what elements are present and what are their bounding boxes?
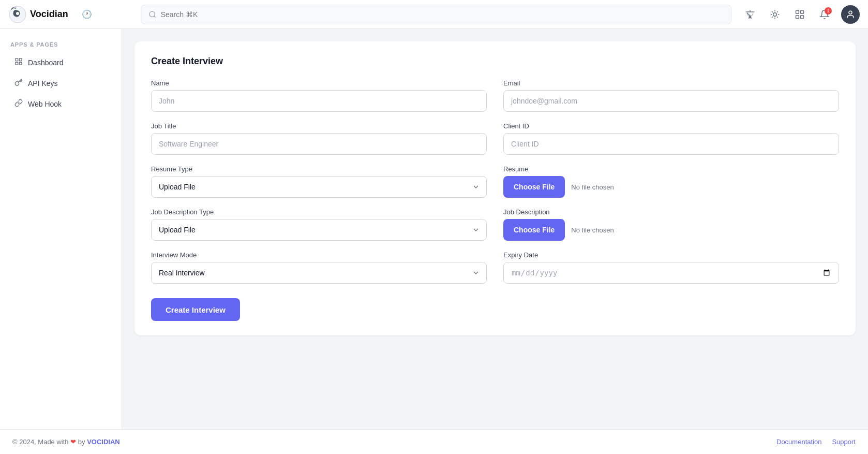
documentation-link[interactable]: Documentation xyxy=(776,438,821,446)
interview-mode-select[interactable]: Real Interview Practice Interview Mock I… xyxy=(151,262,487,284)
resume-file-row: Choose File No file chosen xyxy=(503,176,839,198)
theme-icon[interactable] xyxy=(767,6,783,23)
email-label: Email xyxy=(503,79,839,87)
translate-icon[interactable]: A xyxy=(742,6,758,23)
svg-line-11 xyxy=(777,17,778,18)
dashboard-icon xyxy=(14,57,23,68)
svg-point-5 xyxy=(773,12,777,16)
svg-rect-22 xyxy=(19,62,22,65)
resume-type-select[interactable]: Upload File Provide URL Enter Text xyxy=(151,176,487,198)
resume-choose-file-button[interactable]: Choose File xyxy=(503,176,565,198)
search-input[interactable] xyxy=(161,10,724,19)
search-icon xyxy=(148,10,157,19)
history-icon[interactable]: 🕐 xyxy=(82,9,92,19)
job-desc-label: Job Description xyxy=(503,208,839,216)
heart-icon: ❤ xyxy=(70,438,78,446)
svg-line-3 xyxy=(154,16,156,18)
svg-rect-15 xyxy=(801,10,804,13)
sidebar-item-apikeys[interactable]: API Keys xyxy=(4,74,117,93)
sidebar-item-label-dashboard: Dashboard xyxy=(28,58,64,67)
client-id-label: Client ID xyxy=(503,122,839,130)
name-group: Name xyxy=(151,79,487,112)
job-desc-type-select[interactable]: Upload File Provide URL Enter Text xyxy=(151,219,487,241)
resume-label: Resume xyxy=(503,165,839,173)
expiry-date-group: Expiry Date xyxy=(503,251,839,284)
notification-icon[interactable]: 1 xyxy=(816,6,833,23)
job-desc-type-label: Job Description Type xyxy=(151,208,487,216)
form-card: Create Interview Name Email Job Title xyxy=(134,41,856,335)
job-desc-upload-group: Job Description Choose File No file chos… xyxy=(503,208,839,241)
svg-rect-17 xyxy=(801,15,804,18)
svg-rect-14 xyxy=(796,10,799,13)
notification-badge: 1 xyxy=(825,7,832,14)
footer-copyright: © 2024, Made with ❤ by VOCIDIAN xyxy=(12,438,120,446)
logo-text: Vocidian xyxy=(30,9,68,20)
support-link[interactable]: Support xyxy=(832,438,856,446)
sidebar-item-webhook[interactable]: Web Hook xyxy=(4,94,117,114)
resume-type-group: Resume Type Upload File Provide URL Ente… xyxy=(151,165,487,198)
apikeys-icon xyxy=(14,78,23,89)
topbar-left: Vocidian 🕐 xyxy=(8,5,130,24)
submit-row: Create Interview xyxy=(151,298,839,321)
sidebar-section-label: APPS & PAGES xyxy=(0,41,122,52)
webhook-icon xyxy=(14,99,23,109)
logo-icon xyxy=(8,5,27,24)
client-id-group: Client ID xyxy=(503,122,839,155)
layout: APPS & PAGES Dashboard API Keys xyxy=(0,29,868,454)
svg-point-18 xyxy=(849,11,852,14)
apps-icon[interactable] xyxy=(791,6,808,23)
svg-line-13 xyxy=(777,11,778,12)
svg-point-2 xyxy=(149,11,155,17)
form-grid: Name Email Job Title Client ID xyxy=(151,79,839,284)
svg-rect-16 xyxy=(796,15,799,18)
svg-text:A: A xyxy=(749,14,752,18)
form-title: Create Interview xyxy=(151,56,839,67)
interview-mode-label: Interview Mode xyxy=(151,251,487,259)
svg-rect-21 xyxy=(16,62,18,65)
footer-brand: VOCIDIAN xyxy=(87,438,120,446)
resume-no-file-text: No file chosen xyxy=(571,183,613,191)
job-desc-no-file-text: No file chosen xyxy=(571,226,613,234)
svg-rect-20 xyxy=(19,58,22,61)
sidebar-item-label-webhook: Web Hook xyxy=(28,100,62,108)
sidebar: APPS & PAGES Dashboard API Keys xyxy=(0,29,122,454)
job-title-group: Job Title xyxy=(151,122,487,155)
name-label: Name xyxy=(151,79,487,87)
resume-upload-group: Resume Choose File No file chosen xyxy=(503,165,839,198)
job-title-label: Job Title xyxy=(151,122,487,130)
footer-links: Documentation Support xyxy=(776,438,856,446)
job-title-input[interactable] xyxy=(151,133,487,155)
job-desc-choose-file-button[interactable]: Choose File xyxy=(503,219,565,241)
topbar: Vocidian 🕐 A xyxy=(0,0,868,29)
main-content: Create Interview Name Email Job Title xyxy=(122,29,868,454)
client-id-input[interactable] xyxy=(503,133,839,155)
interview-mode-group: Interview Mode Real Interview Practice I… xyxy=(151,251,487,284)
sidebar-item-label-apikeys: API Keys xyxy=(28,79,58,87)
topbar-actions: A xyxy=(742,5,860,24)
logo: Vocidian xyxy=(8,5,68,24)
svg-line-10 xyxy=(772,11,773,12)
avatar[interactable] xyxy=(841,5,860,24)
job-desc-type-group: Job Description Type Upload File Provide… xyxy=(151,208,487,241)
resume-type-label: Resume Type xyxy=(151,165,487,173)
expiry-date-input[interactable] xyxy=(503,262,839,284)
expiry-date-label: Expiry Date xyxy=(503,251,839,259)
email-input[interactable] xyxy=(503,90,839,112)
email-group: Email xyxy=(503,79,839,112)
sidebar-item-dashboard[interactable]: Dashboard xyxy=(4,53,117,72)
svg-line-12 xyxy=(772,17,773,18)
footer: © 2024, Made with ❤ by VOCIDIAN Document… xyxy=(0,429,868,454)
job-desc-file-row: Choose File No file chosen xyxy=(503,219,839,241)
svg-point-1 xyxy=(16,12,19,15)
search-bar[interactable] xyxy=(141,5,731,24)
svg-rect-19 xyxy=(16,58,18,61)
name-input[interactable] xyxy=(151,90,487,112)
create-interview-button[interactable]: Create Interview xyxy=(151,298,240,321)
